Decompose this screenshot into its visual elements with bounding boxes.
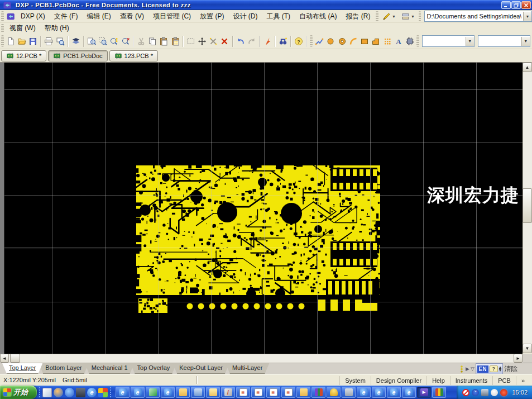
language-indicator[interactable]: EN [477, 365, 488, 373]
taskbar-window-button[interactable] [236, 387, 250, 398]
quick-launch-icon[interactable] [54, 388, 63, 397]
taskbar-window-button[interactable] [357, 387, 371, 398]
interactive-routing-button[interactable] [262, 35, 273, 48]
component-dropdown-button[interactable]: ▼ [521, 37, 530, 46]
print-button[interactable] [43, 35, 54, 48]
taskbar-window-button[interactable] [372, 387, 386, 398]
place-fill-button[interactable] [359, 35, 370, 48]
copy-button[interactable] [147, 35, 158, 48]
taskbar-window-button[interactable] [266, 387, 280, 398]
language-help-icon[interactable]: ? [490, 365, 498, 372]
taskbar-window-button[interactable] [206, 387, 220, 398]
component-input[interactable] [478, 38, 521, 45]
layer-tab[interactable]: Keep-Out Layer [172, 363, 229, 374]
path-input[interactable] [425, 13, 523, 20]
place-component-button[interactable] [404, 35, 415, 48]
taskbar-window-button[interactable] [327, 387, 341, 398]
menu-item[interactable]: DXP (X) [16, 11, 50, 21]
quick-launch-icon[interactable] [65, 388, 74, 397]
menu-item[interactable]: 查看 (V) [116, 11, 148, 22]
toolbar-grip[interactable] [310, 35, 313, 48]
measure-tool-button[interactable]: ▼ [381, 11, 397, 22]
scroll-up-button[interactable]: ▲ [523, 63, 532, 72]
toolbar-grip[interactable] [376, 11, 378, 21]
taskbar-window-button[interactable] [131, 387, 145, 398]
print-preview-button[interactable] [54, 35, 65, 48]
panel-button[interactable]: Help [426, 376, 450, 385]
language-options-icon[interactable]: ▴▾ [499, 366, 502, 372]
help-button[interactable]: ? [293, 35, 304, 48]
taskbar-window-button[interactable] [432, 387, 446, 398]
mask-level-icon[interactable] [459, 365, 464, 373]
apply-arrow-icon[interactable]: ▶ [466, 366, 469, 372]
menu-item[interactable]: 报告 (R) [341, 11, 375, 22]
find-similar-button[interactable] [277, 35, 289, 48]
save-document-button[interactable] [27, 35, 39, 48]
taskbar-window-button[interactable] [296, 387, 310, 398]
layer-tab[interactable]: Bottom Layer [39, 363, 88, 374]
taskbar-window-button[interactable] [402, 387, 416, 398]
place-via-button[interactable] [336, 35, 347, 48]
net-input[interactable] [423, 38, 466, 45]
quick-launch-icon[interactable] [76, 388, 85, 397]
undo-button[interactable] [235, 35, 246, 48]
menu-item[interactable]: 视窗 (W) [5, 22, 40, 34]
document-tab[interactable]: PCB1.PcbDoc [48, 50, 107, 61]
taskbar-window-button[interactable] [251, 387, 265, 398]
place-pad-button[interactable] [325, 35, 336, 48]
panel-button[interactable]: Design Compiler [371, 376, 426, 385]
filter-funnel-icon[interactable]: ▽ [471, 366, 475, 372]
report-tool-button[interactable]: ▼ [400, 11, 416, 22]
path-dropdown-button[interactable]: ▼ [523, 12, 531, 21]
place-string-button[interactable]: A [393, 35, 404, 48]
menu-item[interactable]: 工具 (T) [262, 11, 295, 22]
start-button[interactable]: 开始 [0, 386, 37, 399]
taskbar-window-button[interactable] [191, 387, 205, 398]
taskbar-window-button[interactable] [221, 387, 235, 398]
taskbar-window-button[interactable] [417, 387, 431, 398]
place-polygon-button[interactable] [370, 35, 381, 48]
horizontal-scrollbar[interactable]: ◄ ► [0, 354, 523, 363]
quick-launch-icon[interactable] [42, 388, 52, 397]
menu-item[interactable]: 项目管理 (C) [148, 11, 195, 22]
minimize-button[interactable] [501, 1, 511, 9]
tray-icon[interactable] [481, 389, 488, 396]
layer-stack-button[interactable] [70, 35, 82, 48]
menu-item[interactable]: 自动布线 (A) [295, 11, 341, 22]
horizontal-scroll-thumb[interactable] [10, 354, 20, 363]
cut-button[interactable] [136, 35, 147, 48]
redo-button[interactable] [246, 35, 257, 48]
close-button[interactable] [521, 1, 531, 9]
pcb-canvas-viewport[interactable]: 深圳宏力捷 [4, 63, 523, 354]
layer-tab[interactable]: Top Overlay [131, 363, 177, 374]
taskbar-window-button[interactable] [281, 387, 295, 398]
taskbar-window-button[interactable] [387, 387, 401, 398]
vertical-scroll-thumb[interactable] [523, 188, 532, 223]
taskbar-window-button[interactable] [342, 387, 356, 398]
scroll-right-button[interactable]: ► [514, 354, 523, 363]
tray-icon[interactable] [491, 389, 498, 396]
menu-item[interactable]: 编辑 (E) [82, 11, 115, 22]
place-array-button[interactable] [381, 35, 392, 48]
zoom-document-button[interactable] [86, 35, 97, 48]
layer-tab[interactable]: Multi-Layer [226, 363, 269, 374]
move-selection-button[interactable] [196, 35, 208, 48]
clear-mask-button[interactable]: 清除 [504, 364, 517, 374]
panel-button[interactable]: Instruments [450, 376, 492, 385]
quick-launch-icon[interactable] [98, 388, 108, 397]
tray-icon[interactable] [472, 389, 479, 396]
place-line-button[interactable] [314, 35, 325, 48]
panel-button[interactable]: PCB [492, 376, 516, 385]
toolbar-grip[interactable] [1, 35, 4, 48]
zoom-area-button[interactable] [97, 35, 108, 48]
layer-tab[interactable]: Top Layer [2, 363, 42, 374]
document-tab[interactable]: 12.PCB * [1, 50, 46, 61]
pcb-artwork[interactable] [134, 162, 382, 316]
select-area-button[interactable] [185, 35, 196, 48]
paste-recall-button[interactable] [169, 35, 180, 48]
layer-tab[interactable]: Mechanical 1 [85, 363, 135, 374]
taskbar-window-button[interactable] [311, 387, 325, 398]
document-tab[interactable]: 123.PCB * [109, 50, 158, 61]
open-document-button[interactable] [16, 35, 27, 48]
panel-edge-strip[interactable] [0, 63, 4, 354]
